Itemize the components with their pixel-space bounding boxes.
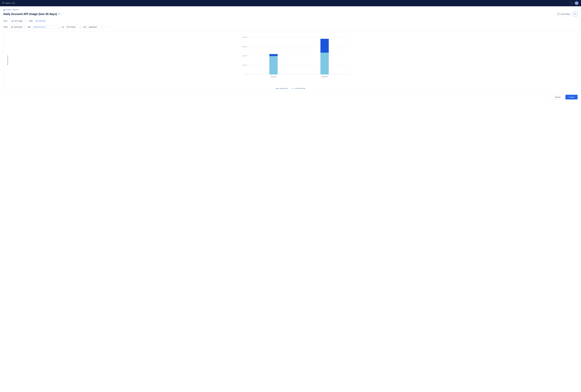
calendar-icon bbox=[558, 13, 560, 15]
breadcrumb-sep-2: / bbox=[19, 9, 19, 10]
refresh-button[interactable] bbox=[573, 12, 578, 16]
search-icon bbox=[2, 2, 4, 4]
help-button[interactable]: ? bbox=[570, 1, 573, 5]
svg-rect-13 bbox=[12, 26, 12, 28]
analytics-icon bbox=[4, 9, 5, 10]
date-range-label: Last 30 days bbox=[560, 13, 570, 15]
add-filter-button[interactable]: Add Filter bbox=[36, 20, 46, 22]
svg-rect-27 bbox=[269, 54, 278, 56]
group-by-dropdown[interactable]: API Product ▾ bbox=[65, 25, 82, 29]
from-dropdown[interactable]: API Usage ▾ bbox=[10, 19, 27, 23]
metric-remove-icon[interactable]: ✕ bbox=[46, 26, 46, 28]
filter-label: Filter bbox=[29, 20, 34, 22]
group-by-chevron: ▾ bbox=[80, 26, 80, 28]
breadcrumb-sep-1: / bbox=[12, 9, 12, 10]
svg-rect-6 bbox=[12, 21, 12, 22]
metric-chevron: ▾ bbox=[58, 26, 59, 28]
user-avatar[interactable]: WW bbox=[575, 1, 578, 5]
svg-text:Account: Account bbox=[271, 76, 276, 77]
topnav-right: ? WW bbox=[570, 1, 578, 5]
svg-rect-26 bbox=[269, 56, 278, 74]
svg-rect-8 bbox=[13, 20, 13, 22]
search-shortcut: ⌘K bbox=[12, 2, 15, 4]
search-bar[interactable]: Search ⌘K bbox=[2, 2, 15, 4]
edit-title-icon[interactable] bbox=[58, 13, 60, 15]
chart-area: 010,00020,00030,00040,000AccountPayment bbox=[15, 35, 581, 81]
and-label: and bbox=[83, 26, 86, 28]
page-header: Daily Account API Usage (last 30 days) L… bbox=[4, 12, 578, 16]
search-label: Search bbox=[5, 2, 11, 4]
top-navigation: Search ⌘K ? WW bbox=[0, 0, 581, 6]
bottom-buttons: Cancel Create bbox=[4, 95, 578, 99]
page-title-area: Daily Account API Usage (last 30 days) bbox=[4, 12, 60, 16]
breadcrumb-analytics[interactable]: Analytics bbox=[5, 9, 12, 10]
svg-text:0: 0 bbox=[246, 73, 247, 75]
from-value: API Usage bbox=[14, 20, 22, 22]
legend-polar-label: Polar Bank App bbox=[295, 88, 305, 89]
chart-type-value: Vertical Bar bbox=[14, 26, 22, 28]
y-axis-label: Request Count bbox=[7, 55, 8, 65]
with-label: with bbox=[28, 26, 30, 28]
date-range-button[interactable]: Last 30 days bbox=[556, 12, 572, 16]
page-title: Daily Account API Usage (last 30 days) bbox=[4, 12, 57, 16]
svg-rect-2 bbox=[558, 13, 559, 15]
svg-rect-30 bbox=[320, 39, 329, 53]
legend-banking-color bbox=[276, 88, 278, 89]
svg-rect-7 bbox=[12, 20, 13, 22]
metric-chip: Request Count ✕ bbox=[34, 26, 46, 28]
show-row: Show Vertical Bar ▾ with Request Count ✕… bbox=[4, 25, 578, 29]
legend-polar-color bbox=[292, 88, 294, 89]
from-label: From bbox=[4, 20, 8, 22]
legend-polar-bank-app: Polar Bank App bbox=[292, 88, 305, 89]
chart-container: Request Count 010,00020,00030,00040,000A… bbox=[4, 31, 578, 92]
by-label: by bbox=[62, 26, 64, 28]
cancel-button[interactable]: Cancel bbox=[551, 95, 564, 99]
second-group-chevron: ▾ bbox=[102, 26, 103, 28]
second-group-dropdown[interactable]: Application ▾ bbox=[87, 25, 104, 29]
vertical-bar-icon bbox=[11, 26, 13, 28]
chart-inner: Request Count 010,00020,00030,00040,000A… bbox=[8, 35, 574, 86]
show-label: Show bbox=[4, 26, 8, 28]
metric-tag-label: Request Count bbox=[34, 26, 45, 28]
from-chevron: ▾ bbox=[25, 20, 26, 22]
svg-text:Payment: Payment bbox=[322, 76, 328, 77]
svg-text:30,000: 30,000 bbox=[242, 46, 247, 47]
svg-rect-14 bbox=[12, 26, 12, 28]
main-content: Analytics / Reports / Daily Account API … bbox=[0, 6, 581, 392]
svg-text:10,000: 10,000 bbox=[242, 64, 247, 66]
svg-text:40,000: 40,000 bbox=[242, 36, 247, 38]
chart-svg: 010,00020,00030,00040,000AccountPayment bbox=[15, 35, 581, 81]
legend-banking-label: Banking App bbox=[280, 88, 288, 89]
group-by-value: API Product bbox=[67, 26, 76, 28]
second-group-value: Application bbox=[89, 26, 97, 28]
svg-text:20,000: 20,000 bbox=[242, 55, 247, 57]
breadcrumb: Analytics / Reports / bbox=[4, 9, 578, 10]
chart-type-dropdown[interactable]: Vertical Bar ▾ bbox=[10, 25, 26, 29]
header-right: Last 30 days bbox=[556, 12, 578, 16]
svg-rect-12 bbox=[11, 27, 12, 28]
chart-type-chevron: ▾ bbox=[24, 26, 25, 28]
refresh-icon bbox=[574, 13, 576, 15]
from-filter-row: From API Usage ▾ Filter Add Filter bbox=[4, 19, 578, 23]
add-filter-label: Add Filter bbox=[38, 20, 46, 22]
create-button[interactable]: Create bbox=[566, 95, 578, 99]
metric-dropdown[interactable]: Request Count ✕ ▾ bbox=[32, 25, 61, 29]
chart-legend: Banking App Polar Bank App bbox=[8, 88, 574, 89]
breadcrumb-reports[interactable]: Reports bbox=[13, 9, 18, 10]
add-filter-icon bbox=[36, 20, 38, 22]
legend-banking-app: Banking App bbox=[276, 88, 288, 89]
bar-chart-icon bbox=[12, 20, 14, 22]
svg-rect-29 bbox=[320, 53, 329, 74]
svg-line-1 bbox=[4, 3, 4, 4]
